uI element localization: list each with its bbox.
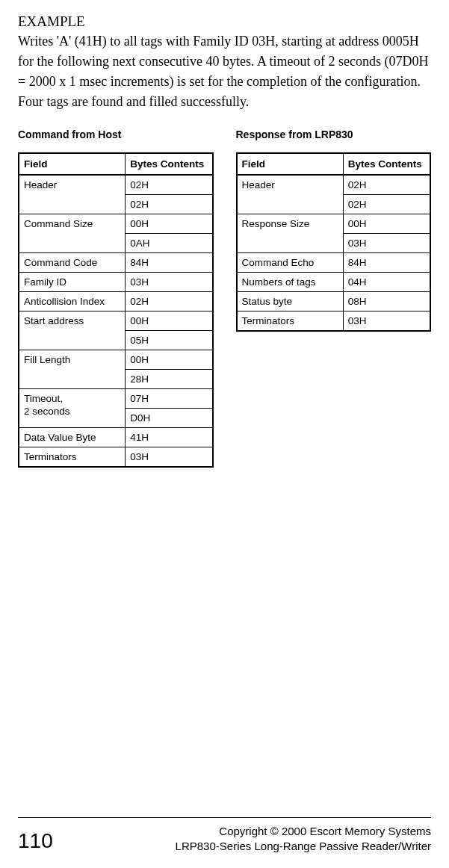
right-table-body: Header02H02HResponse Size00H03HCommand E… (237, 175, 431, 331)
table-field-cell: Header (237, 175, 344, 214)
footer-line2: LRP830-Series Long-Range Passive Reader/… (176, 840, 431, 852)
table-bytes-cell: 0AH (126, 234, 213, 253)
table-bytes-cell: 41H (126, 428, 213, 447)
table-bytes-cell: 07H (126, 389, 213, 409)
example-paragraph: Writes 'A' (41H) to all tags with Family… (18, 31, 431, 112)
table-field-cell: Anticollision Index (19, 292, 126, 311)
table-field-cell: Fill Length (19, 350, 126, 389)
table-bytes-cell: 03H (126, 273, 213, 292)
table-bytes-cell: 08H (343, 292, 430, 311)
table-bytes-cell: 03H (126, 447, 213, 468)
left-table: Field Bytes Contents Header02H02HCommand… (18, 152, 214, 468)
table-field-cell: Terminators (237, 311, 344, 332)
left-table-block: Command from Host Field Bytes Contents H… (18, 128, 214, 468)
table-field-cell: Numbers of tags (237, 273, 344, 292)
table-bytes-cell: 03H (343, 234, 430, 253)
table-bytes-cell: 28H (126, 370, 213, 389)
page-number: 110 (18, 829, 53, 853)
right-header-bytes: Bytes Contents (343, 153, 430, 175)
tables-container: Command from Host Field Bytes Contents H… (18, 128, 431, 468)
table-field-cell: Command Code (19, 253, 126, 273)
table-field-cell: Command Echo (237, 253, 344, 273)
left-table-title: Command from Host (18, 128, 214, 140)
table-bytes-cell: 02H (343, 175, 430, 195)
right-header-field: Field (237, 153, 344, 175)
right-table: Field Bytes Contents Header02H02HRespons… (236, 152, 432, 332)
table-bytes-cell: 05H (126, 331, 213, 350)
left-header-field: Field (19, 153, 126, 175)
table-field-cell: Terminators (19, 447, 126, 468)
table-field-cell: Family ID (19, 273, 126, 292)
table-bytes-cell: D0H (126, 409, 213, 428)
table-field-cell: Status byte (237, 292, 344, 311)
table-bytes-cell: 00H (126, 214, 213, 234)
table-bytes-cell: 84H (343, 253, 430, 273)
table-bytes-cell: 00H (343, 214, 430, 234)
table-bytes-cell: 84H (126, 253, 213, 273)
table-bytes-cell: 00H (126, 311, 213, 331)
table-bytes-cell: 02H (126, 175, 213, 195)
right-table-block: Response from LRP830 Field Bytes Content… (236, 128, 432, 332)
left-table-body: Header02H02HCommand Size00H0AHCommand Co… (19, 175, 213, 467)
table-bytes-cell: 04H (343, 273, 430, 292)
table-bytes-cell: 02H (343, 195, 430, 214)
example-heading: EXAMPLE (18, 13, 431, 30)
table-bytes-cell: 03H (343, 311, 430, 332)
page-footer: 110 Copyright © 2000 Escort Memory Syste… (18, 817, 431, 853)
footer-text: Copyright © 2000 Escort Memory Systems L… (176, 824, 431, 853)
table-bytes-cell: 02H (126, 292, 213, 311)
table-field-cell: Timeout,2 seconds (19, 389, 126, 428)
table-field-cell: Start address (19, 311, 126, 350)
right-table-title: Response from LRP830 (236, 128, 432, 140)
table-bytes-cell: 00H (126, 350, 213, 370)
table-bytes-cell: 02H (126, 195, 213, 214)
table-field-cell: Data Value Byte (19, 428, 126, 447)
footer-line1: Copyright © 2000 Escort Memory Systems (219, 825, 431, 837)
left-header-bytes: Bytes Contents (126, 153, 213, 175)
table-field-cell: Response Size (237, 214, 344, 253)
table-field-cell: Command Size (19, 214, 126, 253)
table-field-cell: Header (19, 175, 126, 214)
